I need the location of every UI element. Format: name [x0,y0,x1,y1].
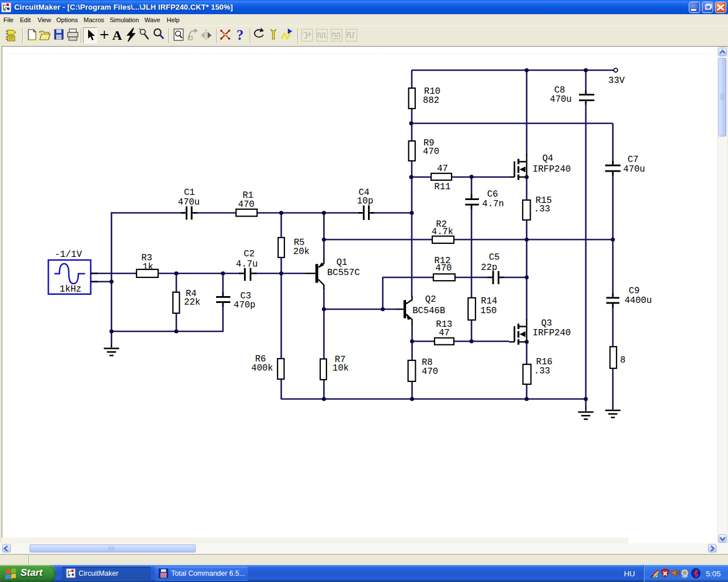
svg-text:A: A [112,28,122,43]
svg-text:?: ? [237,27,244,43]
